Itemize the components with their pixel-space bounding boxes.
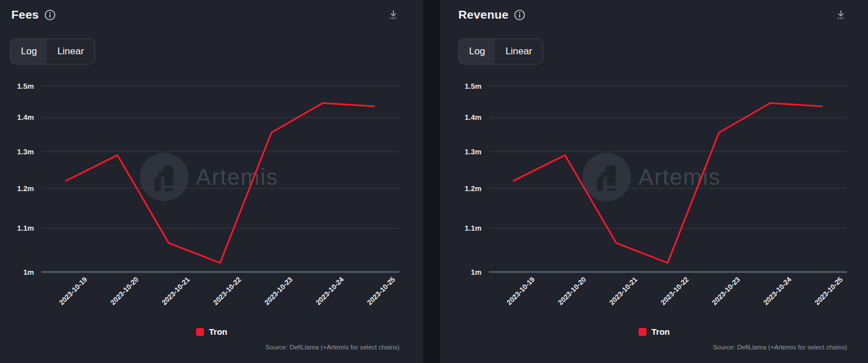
panel-header: Revenue xyxy=(458,8,526,21)
dashboard: Fees Log Linear 1m1.1m1.2m1.3m1.4m1.5mAr… xyxy=(0,0,868,363)
x-axis-label: 2023-10-25 xyxy=(813,275,844,306)
download-button[interactable] xyxy=(835,8,847,23)
artemis-logo-glyph xyxy=(597,177,604,191)
fees-panel: Fees Log Linear 1m1.1m1.2m1.3m1.4m1.5mAr… xyxy=(0,0,423,363)
artemis-logo-glyph xyxy=(155,177,161,191)
chart-title: Fees xyxy=(11,8,39,21)
x-axis-label: 2023-10-20 xyxy=(557,275,588,306)
x-axis-label: 2023-10-24 xyxy=(314,275,345,306)
artemis-logo-glyph xyxy=(165,177,173,185)
artemis-watermark-text: Artemis xyxy=(196,165,279,189)
y-axis-label: 1m xyxy=(471,268,481,276)
artemis-logo-glyph xyxy=(159,172,164,177)
linear-toggle-button[interactable]: Linear xyxy=(47,39,94,64)
artemis-logo-watermark xyxy=(583,153,631,201)
info-icon xyxy=(44,9,56,21)
artemis-logo-glyph xyxy=(607,188,616,191)
info-button[interactable] xyxy=(44,9,56,21)
source-attribution: Source: DefiLlama (+Artemis for select c… xyxy=(266,344,400,351)
x-axis-label: 2023-10-22 xyxy=(212,275,243,306)
x-axis-label: 2023-10-19 xyxy=(505,275,536,306)
y-axis-label: 1.3m xyxy=(465,148,481,156)
linear-toggle-button[interactable]: Linear xyxy=(495,39,542,64)
chart-title: Revenue xyxy=(458,8,509,21)
artemis-logo-glyph xyxy=(601,172,606,177)
log-toggle-button[interactable]: Log xyxy=(11,39,47,64)
y-axis-label: 1.2m xyxy=(17,184,34,193)
y-axis-label: 1.5m xyxy=(17,82,34,90)
x-axis-label: 2023-10-20 xyxy=(109,275,140,306)
scale-toggle: Log Linear xyxy=(458,38,543,64)
artemis-watermark-text: Artemis xyxy=(639,165,721,189)
artemis-logo-glyph xyxy=(165,188,173,191)
x-axis-label: 2023-10-19 xyxy=(58,275,89,306)
artemis-logo-glyph xyxy=(163,166,173,177)
legend: Tron xyxy=(0,327,423,336)
y-axis-label: 1.2m xyxy=(465,184,481,193)
y-axis-label: 1.5m xyxy=(465,82,481,90)
legend-item-tron[interactable]: Tron xyxy=(639,327,670,336)
source-attribution: Source: DefiLlama (+Artemis for select c… xyxy=(713,344,847,351)
legend-label: Tron xyxy=(209,327,228,336)
download-icon xyxy=(387,8,400,21)
download-button[interactable] xyxy=(387,8,400,23)
info-icon xyxy=(514,9,526,21)
artemis-logo-watermark xyxy=(140,153,189,201)
legend-item-tron[interactable]: Tron xyxy=(196,327,228,336)
x-axis-label: 2023-10-24 xyxy=(762,275,793,306)
y-axis-label: 1.4m xyxy=(465,113,481,122)
revenue-panel: Revenue Log Linear 1m1.1m1.2m1.3m1.4m1.5… xyxy=(440,0,868,363)
artemis-logo-glyph xyxy=(606,166,616,177)
log-toggle-button[interactable]: Log xyxy=(459,39,495,64)
x-axis-label: 2023-10-25 xyxy=(366,275,397,306)
legend-label: Tron xyxy=(652,327,670,336)
download-icon xyxy=(835,8,847,21)
tron-color-swatch xyxy=(196,328,204,336)
y-axis-label: 1.4m xyxy=(17,113,34,122)
info-button[interactable] xyxy=(514,9,526,21)
artemis-logo-glyph xyxy=(607,177,616,185)
scale-toggle: Log Linear xyxy=(10,38,95,64)
y-axis-label: 1m xyxy=(23,268,34,276)
x-axis-label: 2023-10-23 xyxy=(263,275,294,306)
y-axis-label: 1.1m xyxy=(17,224,34,232)
y-axis-label: 1.1m xyxy=(465,224,481,232)
x-axis-label: 2023-10-21 xyxy=(608,275,639,306)
x-axis-label: 2023-10-21 xyxy=(160,275,192,306)
panel-header: Fees xyxy=(11,8,56,21)
x-axis-label: 2023-10-22 xyxy=(659,275,691,306)
legend: Tron xyxy=(440,327,868,336)
y-axis-label: 1.3m xyxy=(17,148,34,156)
x-axis-label: 2023-10-23 xyxy=(710,275,741,306)
tron-color-swatch xyxy=(639,328,646,336)
